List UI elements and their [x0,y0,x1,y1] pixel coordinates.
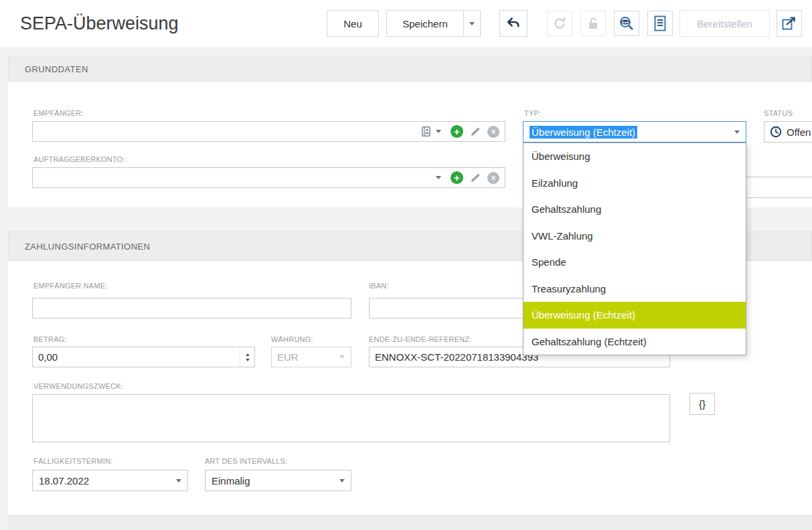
art-des-intervalls-value: Einmalig [212,475,250,487]
waehrung-input [272,347,339,367]
betrag-input[interactable] [33,347,240,367]
spinner-down-icon[interactable] [246,359,250,361]
toolbar: Neu Speichern [327,10,802,37]
typ-dropdown-option[interactable]: Überweisung [523,143,746,170]
faelligkeitstermin-value: 18.07.2022 [39,475,89,487]
clock-icon [770,126,782,138]
art-des-intervalls-combobox[interactable]: Einmalig [205,470,351,491]
chevron-down-icon [469,22,475,25]
ende-zu-ende-referenz-label: ENDE-ZU-ENDE-REFERENZ: [369,335,472,343]
empfaenger-name-input[interactable] [32,298,351,319]
unlock-icon [586,16,600,31]
protocol-button[interactable] [647,11,673,36]
section-header-grunddaten: GRUNDDATEN [8,57,812,82]
art-des-intervalls-label: ART DES INTERVALLS: [205,457,287,465]
typ-dropdown-list: Überweisung Eilzahlung Gehaltszahlung VW… [523,143,746,355]
empfaenger-field: + × [32,121,505,142]
empfaenger-input[interactable] [33,122,420,141]
typ-dropdown-option[interactable]: Überweisung (Echtzeit) [523,302,746,329]
typ-combobox[interactable]: Überweisung (Echtzeit) [523,121,746,143]
chevron-down-icon[interactable] [436,130,441,133]
betrag-field [32,347,255,367]
auftraggeberkonto-input[interactable] [33,168,436,187]
edit-pencil-icon[interactable] [469,172,481,184]
betrag-label: BETRAG: [33,335,67,343]
clear-icon[interactable]: × [487,126,499,138]
placeholder-braces-button[interactable]: {} [689,393,715,415]
spinner-up-icon[interactable] [246,353,250,356]
status-value: Offen [787,126,811,138]
status-field: Offen [764,121,812,143]
auftraggeberkonto-label: AUFTRAGGEBERKONTO: [33,155,125,163]
faelligkeitstermin-label: FÄLLIGKEITSTERMIN: [33,457,113,465]
address-book-icon[interactable] [420,126,432,137]
topbar: SEPA-Überweisung Neu Speichern [0,0,812,47]
add-icon[interactable]: + [451,125,463,138]
auftraggeberkonto-field: + × [32,167,505,188]
typ-dropdown-option[interactable]: Gehaltszahlung (Echtzeit) [523,329,746,355]
undo-button[interactable] [499,10,527,37]
typ-dropdown-option[interactable]: Eilzahlung [523,170,746,197]
export-button[interactable] [777,10,802,37]
empfaenger-label: EMPFÄNGER: [33,109,84,117]
verwendungszweck-textarea[interactable] [32,394,670,442]
typ-dropdown-option[interactable]: Gehaltszahlung [523,196,746,223]
verwendungszweck-label: VERWENDUNGSZWECK: [33,382,123,390]
status-label: STATUS: [764,109,795,117]
typ-dropdown-option[interactable]: Spende [523,249,746,276]
chevron-down-icon[interactable] [436,176,441,179]
speichern-split-button: Speichern [386,10,481,37]
typ-combobox-value: Überweisung (Echtzeit) [530,126,637,139]
refresh-button [547,11,572,36]
unlock-button [580,11,606,36]
edit-pencil-icon[interactable] [469,126,481,138]
typ-label: TYP: [524,109,541,117]
typ-dropdown-option[interactable]: Treasuryzahlung [523,276,746,302]
undo-icon [505,15,521,31]
next-section-header-partial [8,515,812,530]
iban-label: IBAN: [369,282,389,290]
clear-icon[interactable]: × [487,172,499,184]
add-icon[interactable]: + [451,171,463,184]
neu-button[interactable]: Neu [327,10,379,37]
chevron-down-icon [734,130,740,134]
bereitstellen-button: Bereitstellen [679,10,770,37]
speichern-dropdown-button[interactable] [463,11,480,36]
faelligkeitstermin-combobox[interactable]: 18.07.2022 [32,470,188,491]
svg-text:IBAN: IBAN [622,21,629,24]
section-title: ZAHLUNGSINFORMATIONEN [25,242,150,252]
waehrung-label: WÄHRUNG: [271,335,313,343]
chevron-down-icon [176,479,181,482]
refresh-icon [552,15,568,31]
waehrung-field [271,347,351,367]
speichern-button[interactable]: Speichern [387,11,463,36]
chevron-down-icon [339,355,345,359]
page-title: SEPA-Überweisung [20,13,179,34]
chevron-down-icon [339,479,345,482]
iban-check-button[interactable]: IBAN [614,11,639,36]
betrag-spinner [240,347,254,367]
section-title: GRUNDDATEN [25,64,88,74]
empfaenger-name-label: EMPFÄNGER NAME: [33,282,108,290]
typ-dropdown-option[interactable]: VWL-Zahlung [523,223,746,250]
document-icon [652,15,668,32]
iban-magnifier-icon: IBAN [618,15,635,32]
export-icon [781,15,798,32]
